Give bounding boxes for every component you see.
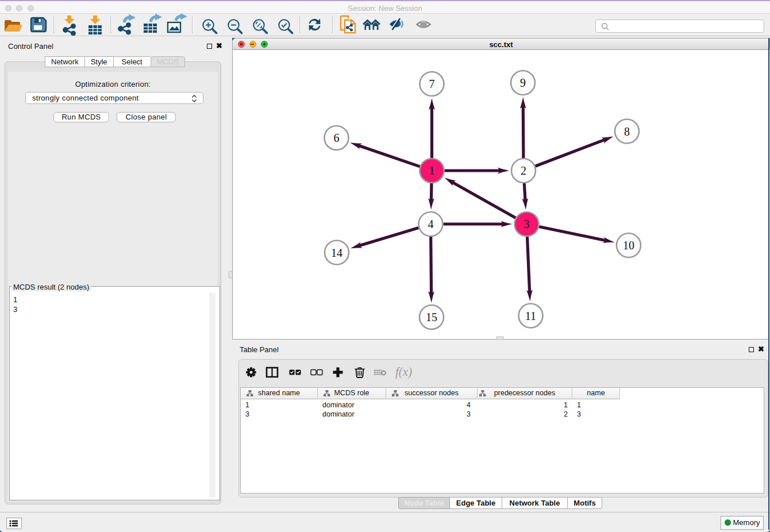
svg-text:8: 8 — [624, 125, 630, 138]
svg-text:11: 11 — [525, 310, 536, 322]
svg-text:15: 15 — [426, 311, 437, 323]
svg-text:f(x): f(x) — [395, 365, 412, 379]
svg-text:6: 6 — [334, 132, 340, 144]
svg-text:3: 3 — [524, 218, 530, 230]
svg-text:10: 10 — [623, 239, 634, 252]
svg-text:7: 7 — [429, 78, 435, 90]
svg-text:9: 9 — [520, 76, 526, 89]
svg-text:14: 14 — [331, 246, 342, 259]
svg-text:4: 4 — [428, 218, 434, 230]
svg-text:2: 2 — [521, 164, 526, 177]
svg-text:1: 1 — [429, 164, 435, 177]
